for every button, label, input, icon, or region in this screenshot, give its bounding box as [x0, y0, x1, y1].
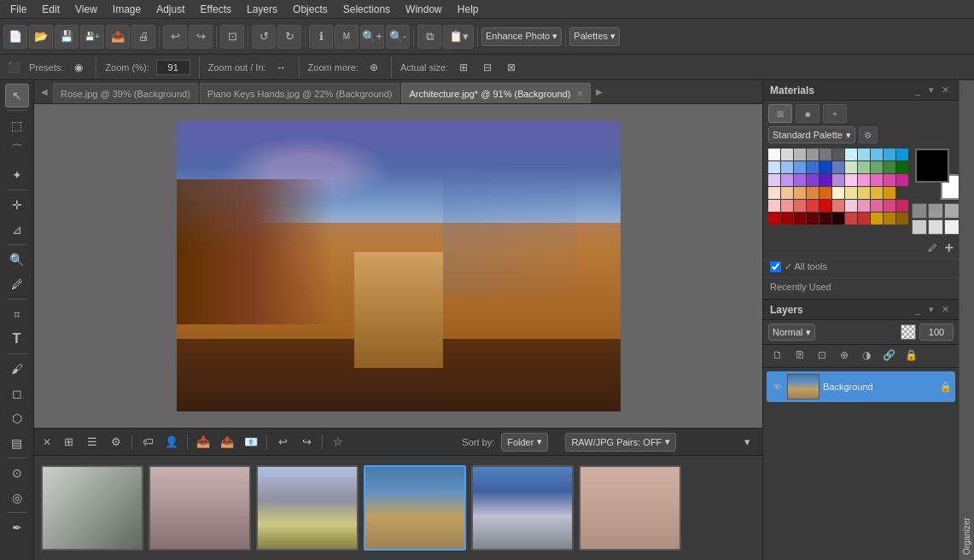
swatch-dark-gray[interactable]: [819, 149, 831, 160]
org-settings-button[interactable]: ⚙: [106, 432, 126, 452]
opacity-input[interactable]: 100: [919, 324, 954, 341]
rotate-left-button[interactable]: ↺: [252, 25, 276, 49]
swatch-dark-amber[interactable]: [884, 213, 895, 225]
palette-settings-button[interactable]: ⚙: [859, 126, 878, 143]
swatch-light-red[interactable]: [768, 200, 780, 212]
swatch-light-yellow[interactable]: [832, 187, 844, 199]
menu-selections[interactable]: Selections: [336, 2, 397, 17]
layers-arrow-button[interactable]: ▾: [924, 303, 938, 317]
menu-image[interactable]: Image: [106, 2, 148, 17]
swatch-green[interactable]: [871, 161, 883, 173]
magic-wand-tool[interactable]: ✦: [5, 163, 29, 187]
org-thumbnail-view-button[interactable]: ⊞: [58, 432, 79, 452]
tab-prev-button[interactable]: ◀: [38, 80, 51, 103]
rotate-right-button[interactable]: ↻: [277, 25, 301, 49]
save-as-button[interactable]: 💾+: [80, 25, 104, 49]
undo-button[interactable]: ↩: [163, 25, 187, 49]
thumbnail-tower[interactable]: [471, 465, 574, 551]
lasso-tool[interactable]: ⌒: [5, 138, 29, 162]
extra-swatch-2[interactable]: [928, 203, 943, 219]
swatch-blue[interactable]: [807, 161, 819, 173]
info-button[interactable]: ℹ: [309, 25, 333, 49]
extra-swatch-1[interactable]: [912, 203, 927, 219]
eraser-tool[interactable]: ◻: [5, 382, 29, 405]
foreground-color[interactable]: [915, 149, 949, 183]
swatch-lighter-red[interactable]: [781, 200, 793, 212]
tab-architecture-close[interactable]: ✕: [576, 90, 583, 98]
zoom-out-button[interactable]: 🔍-: [386, 25, 410, 49]
swatch-light-magenta[interactable]: [845, 200, 857, 212]
tab-piano[interactable]: Piano Keys Hands.jpg @ 22% (Background): [200, 83, 400, 103]
swatch-dark-maroon[interactable]: [807, 213, 819, 225]
extra-swatch-3[interactable]: [944, 203, 959, 219]
swatch-dark-gold[interactable]: [884, 187, 895, 199]
open-file-button[interactable]: 📂: [29, 25, 53, 49]
swatch-medium-purple[interactable]: [781, 174, 793, 186]
zoom-input[interactable]: 91: [156, 60, 190, 75]
save-button[interactable]: 💾: [55, 25, 79, 49]
actual-size-icon[interactable]: ⊞: [455, 59, 472, 76]
swatch-white[interactable]: [768, 149, 780, 160]
swatch-dark-magenta[interactable]: [884, 200, 895, 212]
menu-layers[interactable]: Layers: [240, 2, 284, 17]
marquee-tool[interactable]: ⬚: [5, 114, 29, 137]
swatch-dark-orange[interactable]: [819, 187, 831, 199]
swatch-yellow[interactable]: [858, 187, 870, 199]
layers-minimize-button[interactable]: _: [911, 303, 924, 317]
swatch-medium-gray[interactable]: [807, 149, 819, 160]
swatch-yellow-light[interactable]: [845, 187, 857, 199]
swatch-dark-red[interactable]: [819, 200, 831, 212]
organizer-side-label[interactable]: Organizer: [959, 80, 974, 560]
org-star-button[interactable]: ☆: [328, 432, 348, 452]
folder-dropdown[interactable]: Folder ▾: [501, 433, 548, 452]
swatch-light-purple[interactable]: [768, 174, 780, 186]
materials-arrow-button[interactable]: ▾: [924, 84, 938, 97]
thumbnail-eagle[interactable]: [41, 465, 143, 551]
tab-next-button[interactable]: ▶: [592, 80, 606, 103]
swatch-light-pink[interactable]: [845, 174, 857, 186]
swatch-amber[interactable]: [871, 213, 883, 225]
lock-layer-button[interactable]: 🔒: [901, 347, 920, 364]
materials-tab-grid[interactable]: ⊞: [768, 104, 792, 123]
presets-icon[interactable]: ◉: [70, 59, 87, 76]
menu-effects[interactable]: Effects: [194, 2, 238, 17]
swatch-dark-coral[interactable]: [858, 213, 870, 225]
swatch-magenta[interactable]: [871, 200, 883, 212]
extra-swatch-4[interactable]: [912, 219, 927, 235]
swatch-very-dark-red[interactable]: [819, 213, 831, 225]
org-import-button[interactable]: 📥: [193, 432, 213, 452]
swatch-light-blue[interactable]: [768, 161, 780, 173]
swatch-dark-green[interactable]: [884, 161, 895, 173]
new-layer-button[interactable]: 🗋: [768, 347, 787, 364]
organizer-close-button[interactable]: ✕: [39, 435, 55, 450]
copy-button[interactable]: ⧉: [417, 25, 441, 49]
crop-button[interactable]: ⊡: [220, 25, 244, 49]
thumbnail-woman[interactable]: [149, 465, 251, 551]
organizer-collapse-button[interactable]: ▾: [737, 432, 757, 452]
swatch-maroon[interactable]: [794, 213, 806, 225]
new-mask-layer-button[interactable]: ◑: [857, 347, 876, 364]
swatch-deep-magenta[interactable]: [896, 200, 908, 212]
menu-window[interactable]: Window: [399, 2, 449, 17]
new-vector-layer-button[interactable]: ⊡: [813, 347, 831, 364]
org-undo-button[interactable]: ↩: [272, 432, 293, 452]
swatch-medium-green[interactable]: [858, 161, 870, 173]
thumbnail-architecture[interactable]: [364, 465, 466, 551]
swatch-light-violet[interactable]: [832, 174, 844, 186]
swatch-dark-cyan[interactable]: [884, 149, 895, 160]
palettes-dropdown[interactable]: Palettes ▾: [569, 27, 620, 46]
swatch-salmon[interactable]: [832, 200, 844, 212]
tab-architecture[interactable]: Architecture.jpg* @ 91% (Background) ✕: [401, 83, 590, 103]
swatch-red[interactable]: [807, 200, 819, 212]
swatch-medium-pink[interactable]: [871, 174, 883, 186]
palette-dropdown[interactable]: Standard Palette ▾: [768, 126, 855, 143]
swatch-darker-gray[interactable]: [832, 149, 844, 160]
enhance-photo-dropdown[interactable]: Enhance Photo ▾: [481, 27, 562, 46]
vector-pen-tool[interactable]: ✒: [5, 516, 29, 540]
layers-close-button[interactable]: ✕: [938, 303, 952, 317]
zoom-out-in-icon[interactable]: ↔: [273, 59, 290, 76]
metadata-button[interactable]: M: [335, 25, 359, 49]
link-layers-button[interactable]: 🔗: [879, 347, 898, 364]
org-tag-button[interactable]: 🏷: [137, 432, 158, 452]
swatch-black-red[interactable]: [832, 213, 844, 225]
